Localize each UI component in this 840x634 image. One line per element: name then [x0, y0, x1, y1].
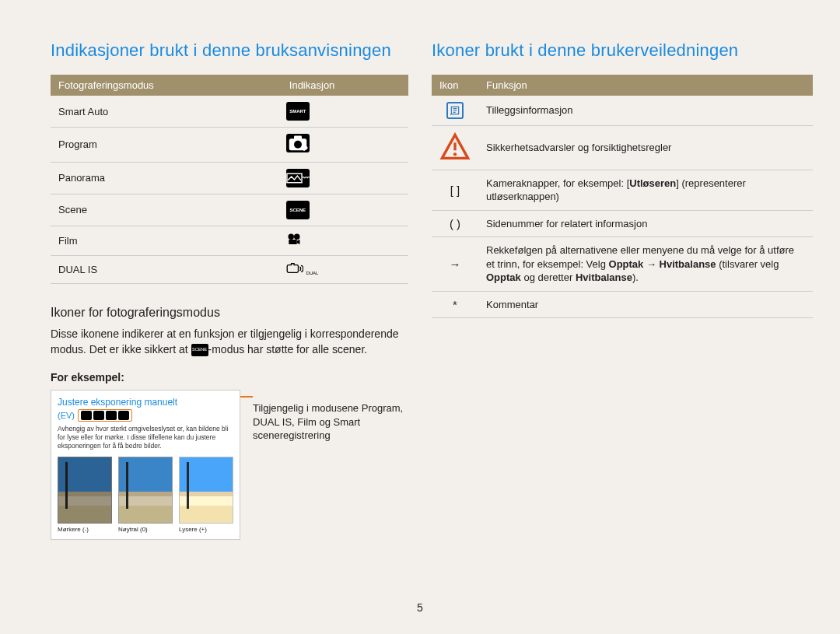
film-icon: [286, 237, 302, 249]
mode-cell: Program: [51, 128, 282, 163]
ev-mode-icons: [78, 409, 132, 422]
for-example-label: For eksempel:: [51, 371, 408, 384]
mode-cell: Panorama: [51, 162, 282, 194]
example-description: Avhengig av hvor sterkt omgivelseslyset …: [58, 425, 233, 450]
table-row: Film: [51, 226, 408, 255]
desc-cell: Tilleggsinformasjon: [478, 96, 813, 126]
panorama-icon: [286, 169, 310, 187]
mini-smart-icon: [118, 411, 129, 420]
desc-cell: Kommentar: [478, 291, 813, 318]
th-icon: Ikon: [432, 75, 478, 96]
table-row: [ ] Kameraknapper, for eksempel: [Utløse…: [432, 170, 813, 210]
scene-icon-inline: SCENE: [191, 344, 208, 356]
table-row: DUAL IS DUAL: [51, 255, 408, 283]
thumb-darker: Mørkere (-): [58, 457, 112, 533]
smart-auto-icon: [286, 102, 310, 121]
table-row: Scene: [51, 194, 408, 226]
mode-cell: Scene: [51, 194, 282, 226]
thumb-image: [118, 457, 173, 524]
table-row: * Kommentar: [432, 291, 813, 318]
example-title: Justere eksponering manuelt: [58, 397, 233, 408]
table-row: → Rekkefølgen på alternativene eller men…: [432, 237, 813, 292]
svg-point-8: [453, 152, 457, 156]
table-row: Program: [51, 128, 408, 163]
table-row: Tilleggsinformasjon: [432, 96, 813, 126]
table-row: Smart Auto: [51, 96, 408, 128]
desc-cell: Kameraknapper, for eksempel: [Utløseren]…: [478, 170, 813, 210]
program-icon: [286, 134, 310, 152]
warning-icon: [439, 150, 471, 163]
scene-icon: [286, 201, 310, 219]
svg-point-4: [288, 233, 294, 240]
th-function: Funksjon: [478, 75, 813, 96]
thumb-image: [58, 457, 112, 524]
table-row: ( ) Sidenummer for relatert informasjon: [432, 210, 813, 237]
svg-point-1: [294, 140, 302, 148]
asterisk-icon: *: [432, 291, 478, 318]
desc-cell: Rekkefølgen på alternativene eller menye…: [478, 237, 813, 292]
intro-paragraph: Disse ikonene indikerer at en funksjon e…: [51, 326, 408, 358]
mini-dual-is-icon: [93, 411, 104, 420]
mode-cell: DUAL IS: [51, 255, 282, 283]
brackets-icon: [ ]: [432, 170, 478, 210]
heading-right: Ikoner brukt i denne brukerveiledningen: [432, 40, 813, 61]
subheading-modes: Ikoner for fotograferingsmodus: [51, 306, 408, 320]
th-indication: Indikasjon: [282, 75, 408, 96]
thumb-neutral: Nøytral (0): [118, 457, 173, 533]
ev-label: (EV): [58, 411, 75, 420]
shooting-mode-table: Fotograferingsmodus Indikasjon Smart Aut…: [51, 75, 408, 284]
paren-icon: ( ): [432, 210, 478, 237]
table-row: Sikkerhetsadvarsler og forsiktighetsregl…: [432, 126, 813, 170]
mini-film-icon: [106, 411, 117, 420]
icons-legend-table: Ikon Funksjon Tilleggsinformasjon Sikker…: [432, 75, 813, 318]
svg-rect-2: [294, 135, 302, 139]
table-row: Panorama: [51, 162, 408, 194]
info-icon: [446, 102, 464, 119]
th-mode: Fotograferingsmodus: [51, 75, 282, 96]
example-panel: Justere eksponering manuelt (EV) Avhengi…: [51, 390, 240, 540]
arrow-icon: →: [432, 237, 478, 292]
desc-cell: Sikkerhetsadvarsler og forsiktighetsregl…: [478, 126, 813, 170]
heading-left: Indikasjoner brukt i denne bruksanvisnin…: [51, 40, 408, 61]
desc-cell: Sidenummer for relatert informasjon: [478, 210, 813, 237]
svg-rect-6: [289, 240, 297, 244]
page-number: 5: [0, 601, 840, 614]
svg-point-5: [294, 233, 300, 240]
thumb-image: [179, 457, 233, 524]
dual-is-icon: DUAL: [286, 265, 319, 277]
mode-cell: Film: [51, 226, 282, 255]
mini-program-icon: [81, 411, 92, 420]
callout-text: Tilgjengelig i modusene Program, DUAL IS…: [253, 390, 408, 540]
mode-cell: Smart Auto: [51, 96, 282, 128]
thumb-lighter: Lysere (+): [179, 457, 233, 533]
